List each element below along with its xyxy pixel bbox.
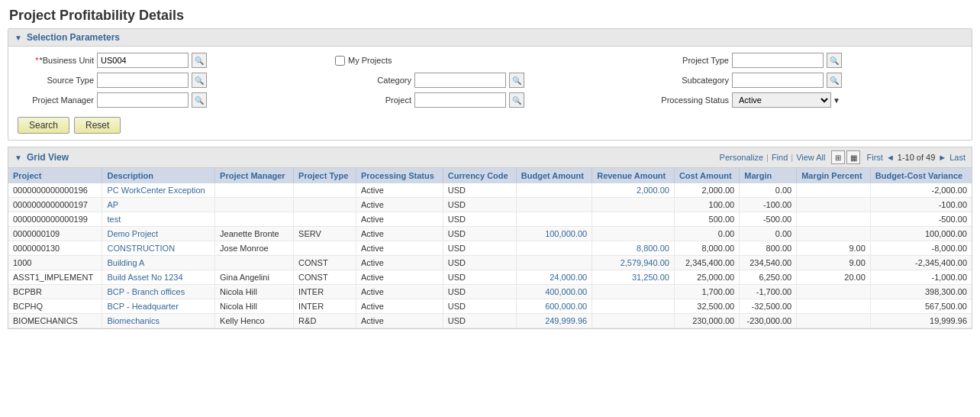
budget-link[interactable]: 600,000.00: [521, 302, 587, 311]
cell-link[interactable]: BCP - Headquarter: [107, 302, 178, 311]
my-projects-row: My Projects: [335, 53, 645, 68]
dropdown-icon: ▼: [833, 96, 840, 105]
project-manager-input[interactable]: [97, 92, 189, 108]
last-link[interactable]: Last: [949, 153, 965, 162]
reset-button[interactable]: Reset: [74, 117, 121, 134]
col-project-type[interactable]: Project Type: [294, 168, 356, 183]
table-row: 0000000130CONSTRUCTIONJose MonroeActiveU…: [8, 241, 972, 256]
col-processing-status[interactable]: Processing Status: [356, 168, 443, 183]
project-type-lookup-button[interactable]: 🔍: [827, 53, 842, 68]
category-label: Category: [335, 76, 411, 85]
cell-link[interactable]: CONSTRUCTION: [107, 244, 175, 253]
table-row: BCPHQBCP - HeadquarterNicola HillINTERAc…: [8, 299, 972, 314]
data-table: Project Description Project Manager Proj…: [8, 168, 972, 328]
table-row: 0000000000000196PC WorkCenter ExceptionA…: [8, 183, 972, 198]
revenue-link[interactable]: 31,250.00: [597, 273, 669, 282]
grid-container: ▼ Grid View Personalize | Find | View Al…: [8, 147, 972, 329]
button-row: Search Reset: [8, 114, 972, 140]
grid-toggle-icon[interactable]: ▼: [15, 154, 22, 162]
col-margin[interactable]: Margin: [740, 168, 797, 183]
source-type-lookup-button[interactable]: 🔍: [192, 73, 207, 88]
table-header-row: Project Description Project Manager Proj…: [8, 168, 972, 183]
table-row: 0000000000000197APActiveUSD100.00-100.00…: [8, 198, 972, 212]
grid-title: ▼ Grid View: [15, 152, 69, 163]
toggle-icon[interactable]: ▼: [15, 34, 22, 42]
cell-link[interactable]: Biomechanics: [107, 316, 159, 325]
subcategory-label: Subcategory: [653, 76, 729, 85]
project-type-row: Project Type 🔍: [653, 53, 962, 68]
subcategory-input[interactable]: [732, 73, 824, 88]
separator-1: |: [766, 153, 769, 162]
col-currency-code[interactable]: Currency Code: [443, 168, 516, 183]
category-lookup-button[interactable]: 🔍: [509, 73, 524, 88]
subcategory-lookup-button[interactable]: 🔍: [827, 73, 842, 88]
cell-link[interactable]: test: [107, 215, 121, 224]
col-margin-percent[interactable]: Margin Percent: [797, 168, 871, 183]
source-type-input[interactable]: [97, 73, 189, 88]
cell-link[interactable]: Demo Project: [107, 229, 158, 238]
col-revenue-amount[interactable]: Revenue Amount: [592, 168, 675, 183]
separator-2: |: [791, 153, 793, 162]
category-row: Category 🔍: [335, 73, 645, 88]
export-icon[interactable]: ⊞: [831, 150, 845, 164]
cell-link[interactable]: Building A: [107, 258, 144, 267]
page-range: 1-10 of 49: [898, 153, 936, 162]
selection-panel: ▼ Selection Parameters *Business Unit 🔍 …: [8, 28, 972, 141]
selection-panel-title: Selection Parameters: [27, 32, 120, 43]
project-manager-row: Project Manager 🔍: [18, 92, 327, 108]
cell-link[interactable]: PC WorkCenter Exception: [107, 186, 205, 195]
business-unit-label: *Business Unit: [18, 56, 94, 65]
col-project[interactable]: Project: [8, 168, 102, 183]
revenue-link[interactable]: 2,000.00: [597, 186, 669, 195]
source-type-label: Source Type: [18, 76, 94, 85]
table-row: 1000Building ACONSTActiveUSD2,579,940.00…: [8, 256, 972, 270]
business-unit-lookup-button[interactable]: 🔍: [192, 53, 207, 68]
category-input[interactable]: [414, 73, 506, 88]
personalize-link[interactable]: Personalize: [720, 153, 763, 162]
chart-icon[interactable]: ▦: [846, 150, 860, 164]
form-grid: *Business Unit 🔍 My Projects Project Typ…: [8, 47, 972, 114]
table-row: BIOMECHANICSBiomechanicsKelly HencoR&DAc…: [8, 314, 972, 328]
next-icon[interactable]: ►: [938, 153, 946, 162]
col-budget-cost-variance[interactable]: Budget-Cost Variance: [870, 168, 972, 183]
processing-status-select[interactable]: Active Inactive All: [732, 92, 831, 108]
project-input[interactable]: [414, 92, 506, 108]
cell-link[interactable]: AP: [107, 200, 118, 209]
project-type-input[interactable]: [732, 53, 824, 68]
project-manager-lookup-button[interactable]: 🔍: [192, 92, 207, 108]
pagination: First ◄ 1-10 of 49 ► Last: [866, 153, 965, 162]
source-type-row: Source Type 🔍: [18, 73, 327, 88]
page-title: Project Profitability Details: [0, 0, 980, 28]
view-all-link[interactable]: View All: [796, 153, 825, 162]
business-unit-input[interactable]: [97, 53, 189, 68]
prev-icon[interactable]: ◄: [886, 153, 895, 162]
search-button[interactable]: Search: [18, 117, 69, 134]
find-link[interactable]: Find: [772, 153, 788, 162]
col-project-manager[interactable]: Project Manager: [215, 168, 294, 183]
table-row: 0000000000000199testActiveUSD500.00-500.…: [8, 212, 972, 227]
first-link[interactable]: First: [866, 153, 882, 162]
col-budget-amount[interactable]: Budget Amount: [516, 168, 592, 183]
budget-link[interactable]: 100,000.00: [521, 229, 587, 238]
col-description[interactable]: Description: [102, 168, 215, 183]
budget-link[interactable]: 24,000.00: [521, 273, 587, 282]
table-row: ASST1_IMPLEMENTBuild Asset No 1234Gina A…: [8, 270, 972, 285]
grid-actions: Personalize | Find | View All: [720, 153, 826, 162]
processing-status-row: Processing Status Active Inactive All ▼: [653, 92, 962, 108]
project-type-label: Project Type: [653, 56, 729, 65]
revenue-link[interactable]: 2,579,940.00: [597, 258, 669, 267]
grid-title-text: Grid View: [27, 152, 69, 163]
project-label: Project: [335, 95, 411, 105]
grid-icons: ⊞ ▦: [831, 150, 860, 164]
project-row: Project 🔍: [335, 92, 645, 108]
grid-header-bar: ▼ Grid View Personalize | Find | View Al…: [8, 147, 972, 168]
col-cost-amount[interactable]: Cost Amount: [674, 168, 739, 183]
budget-link[interactable]: 249,999.96: [521, 316, 587, 325]
cell-link[interactable]: BCP - Branch offices: [107, 287, 185, 296]
table-row: BCPBRBCP - Branch officesNicola HillINTE…: [8, 285, 972, 299]
revenue-link[interactable]: 8,800.00: [597, 244, 669, 253]
cell-link[interactable]: Build Asset No 1234: [107, 273, 182, 282]
project-lookup-button[interactable]: 🔍: [509, 92, 524, 108]
my-projects-checkbox[interactable]: [335, 56, 345, 66]
budget-link[interactable]: 400,000.00: [521, 287, 587, 296]
